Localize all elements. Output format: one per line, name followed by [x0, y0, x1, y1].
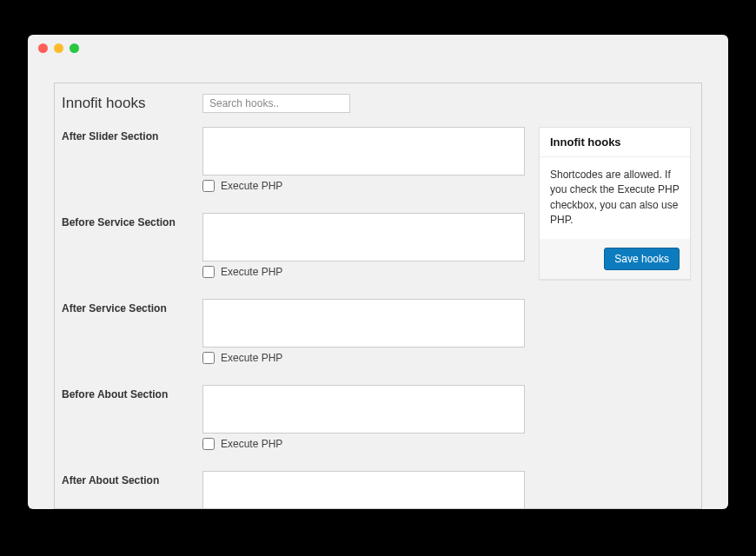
- execute-php-checkbox[interactable]: [202, 352, 215, 364]
- hook-row: Before Service Section Execute PHP: [62, 213, 525, 278]
- hook-textarea[interactable]: [202, 213, 525, 261]
- traffic-light-minimize-icon[interactable]: [54, 43, 63, 53]
- hook-field: [202, 471, 525, 508]
- hooks-form: After Slider Section Execute PHP Before …: [62, 127, 525, 508]
- sidebox-footer: Save hooks: [540, 239, 690, 279]
- hook-row: Before About Section Execute PHP: [62, 385, 525, 450]
- app-window: Innofit hooks After Slider Section Execu…: [28, 35, 728, 509]
- sidebox: Innofit hooks Shortcodes are allowed. If…: [539, 127, 691, 280]
- execute-php-checkbox[interactable]: [202, 180, 215, 192]
- hook-textarea[interactable]: [202, 385, 525, 434]
- execute-php-line: Execute PHP: [202, 266, 525, 278]
- traffic-light-close-icon[interactable]: [38, 43, 48, 53]
- execute-php-checkbox[interactable]: [202, 438, 215, 450]
- execute-php-label: Execute PHP: [221, 352, 282, 364]
- hook-textarea[interactable]: [202, 299, 525, 348]
- hook-textarea[interactable]: [202, 471, 525, 508]
- execute-php-label: Execute PHP: [221, 266, 282, 278]
- hook-row: After About Section: [62, 471, 525, 508]
- panel-header: Innofit hooks: [55, 83, 701, 125]
- execute-php-label: Execute PHP: [221, 438, 282, 450]
- search-input[interactable]: [202, 94, 350, 113]
- hook-field: Execute PHP: [202, 299, 525, 364]
- panel-content: After Slider Section Execute PHP Before …: [55, 127, 701, 508]
- hook-label: After Service Section: [62, 299, 202, 314]
- hook-label: Before Service Section: [62, 213, 202, 228]
- hook-label: Before About Section: [62, 385, 202, 400]
- sidebar: Innofit hooks Shortcodes are allowed. If…: [539, 127, 691, 280]
- execute-php-checkbox[interactable]: [202, 266, 215, 278]
- settings-panel: Innofit hooks After Slider Section Execu…: [54, 83, 702, 509]
- window-titlebar: [28, 35, 728, 61]
- hook-field: Execute PHP: [202, 127, 525, 192]
- execute-php-line: Execute PHP: [202, 352, 525, 364]
- sidebox-text: Shortcodes are allowed. If you check the…: [540, 157, 690, 239]
- execute-php-line: Execute PHP: [202, 180, 525, 192]
- page-title: Innofit hooks: [62, 95, 202, 112]
- hook-label: After Slider Section: [62, 127, 202, 142]
- hook-textarea[interactable]: [202, 127, 525, 175]
- execute-php-line: Execute PHP: [202, 438, 525, 450]
- sidebox-title: Innofit hooks: [540, 128, 690, 157]
- hook-row: After Slider Section Execute PHP: [62, 127, 525, 192]
- hook-field: Execute PHP: [202, 385, 525, 450]
- traffic-light-zoom-icon[interactable]: [70, 43, 79, 53]
- hook-row: After Service Section Execute PHP: [62, 299, 525, 364]
- hook-label: After About Section: [62, 471, 202, 486]
- execute-php-label: Execute PHP: [221, 180, 282, 192]
- hook-field: Execute PHP: [202, 213, 525, 278]
- save-hooks-button[interactable]: Save hooks: [604, 248, 680, 270]
